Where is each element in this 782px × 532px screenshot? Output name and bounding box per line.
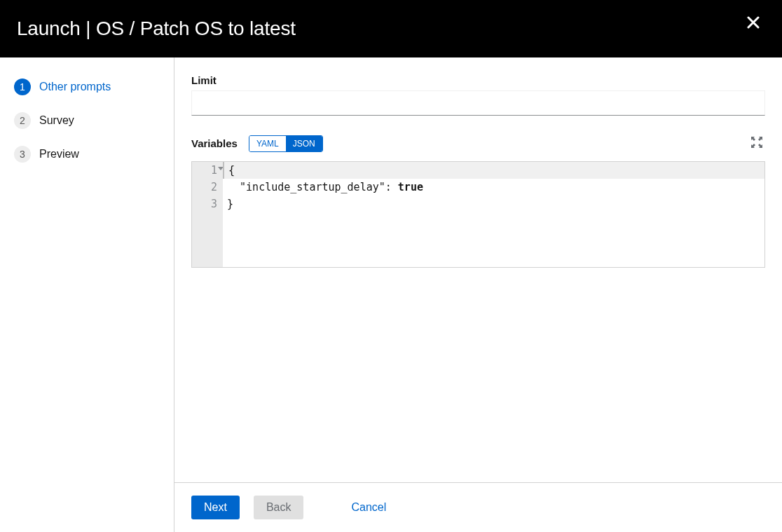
editor-code-area[interactable]: { "include_startup_delay": true }	[223, 162, 764, 267]
step-number: 2	[14, 112, 31, 129]
code-line: }	[227, 196, 760, 212]
back-button[interactable]: Back	[254, 496, 304, 519]
main-content: Limit Variables YAML JSON	[174, 57, 782, 482]
close-button[interactable]	[741, 11, 765, 36]
variables-header-left: Variables YAML JSON	[191, 135, 323, 152]
wizard-footer: Next Back Cancel	[174, 482, 782, 532]
step-label: Preview	[39, 148, 79, 161]
main-panel: Limit Variables YAML JSON	[174, 57, 782, 532]
code-line: "include_startup_delay": true	[227, 179, 760, 196]
toggle-yaml[interactable]: YAML	[249, 136, 286, 151]
expand-editor-button[interactable]	[748, 134, 765, 153]
toggle-json[interactable]: JSON	[286, 136, 322, 151]
step-other-prompts[interactable]: 1 Other prompts	[14, 74, 160, 100]
step-survey[interactable]: 2 Survey	[14, 108, 160, 133]
step-number: 1	[14, 79, 31, 95]
variables-header: Variables YAML JSON	[191, 134, 765, 153]
format-toggle-group: YAML JSON	[249, 135, 323, 152]
modal-header: Launch | OS / Patch OS to latest	[0, 0, 782, 57]
gutter-line: 2	[192, 179, 217, 196]
limit-input[interactable]	[191, 90, 765, 116]
wizard-steps-nav: 1 Other prompts 2 Survey 3 Preview	[0, 57, 174, 532]
editor-gutter: 1 2 3	[192, 162, 223, 267]
code-line: {	[223, 162, 764, 179]
step-preview[interactable]: 3 Preview	[14, 142, 160, 167]
variables-code-editor[interactable]: 1 2 3 { "include_startup_delay": true }	[191, 161, 765, 268]
step-label: Survey	[39, 114, 74, 127]
gutter-line: 1	[192, 162, 217, 179]
cancel-button[interactable]: Cancel	[348, 496, 389, 519]
next-button[interactable]: Next	[191, 496, 240, 519]
limit-label: Limit	[191, 74, 765, 86]
variables-label: Variables	[191, 137, 238, 149]
step-label: Other prompts	[39, 81, 111, 93]
modal-body: 1 Other prompts 2 Survey 3 Preview Limit…	[0, 57, 782, 532]
modal-title: Launch | OS / Patch OS to latest	[17, 18, 296, 40]
close-icon	[747, 16, 760, 29]
step-number: 3	[14, 146, 31, 163]
expand-icon	[751, 137, 762, 148]
gutter-line: 3	[192, 196, 217, 212]
